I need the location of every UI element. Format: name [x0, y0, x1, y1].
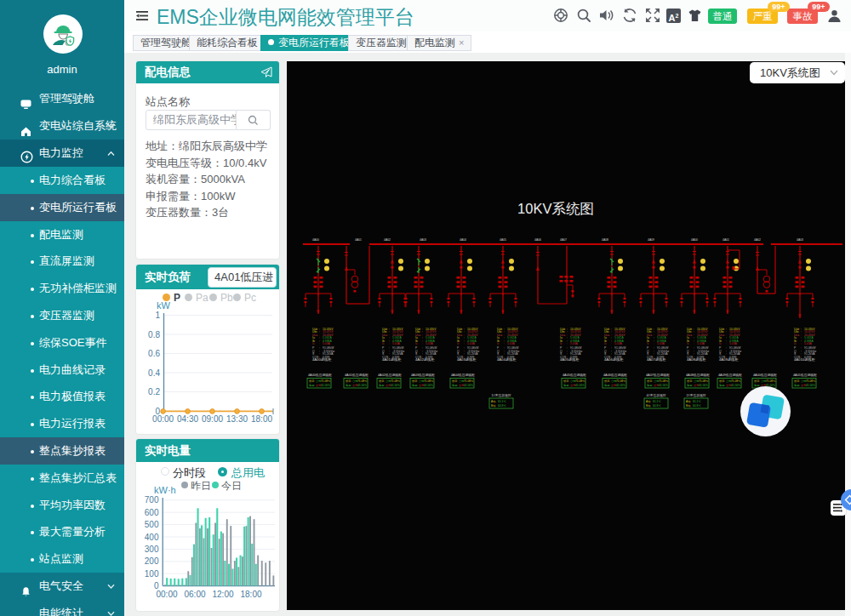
svg-text:4A00进线柜: 4A00进线柜 [312, 357, 332, 362]
svg-text:45.56%: 45.56% [699, 384, 708, 387]
svg-text:Ic: Ic [312, 342, 315, 345]
svg-text::: : [464, 342, 465, 345]
svg-text:0.8: 0.8 [148, 330, 160, 339]
svg-text::: : [389, 342, 390, 345]
svg-text:4A01进线柜: 4A01进线柜 [382, 357, 402, 362]
svg-text:5.03A: 5.03A [804, 342, 813, 345]
svg-text:500: 500 [145, 520, 159, 529]
svg-text:状态: 状态 [411, 379, 418, 383]
svg-text:4A02: 4A02 [384, 238, 391, 242]
svg-text:Ic: Ic [415, 342, 418, 345]
svg-text:09:00: 09:00 [202, 414, 223, 424]
svg-text:4A01: 4A01 [722, 238, 729, 242]
svg-text:状态: 状态 [753, 379, 760, 383]
svg-text:1#变压器温控: 1#变压器温控 [491, 393, 511, 397]
svg-text:71.08℃: 71.08℃ [464, 379, 474, 383]
svg-text:4A01低压进线柜: 4A01低压进线柜 [793, 373, 817, 377]
svg-text:遥测: 遥测 [412, 384, 417, 387]
svg-text:A相: A相 [646, 400, 650, 403]
svg-text:4#变压器温控: 4#变压器温控 [646, 393, 665, 397]
svg-text:18:00: 18:00 [240, 590, 261, 599]
svg-text:4A05低压进线柜: 4A05低压进线柜 [563, 373, 586, 377]
svg-text:4A09低压进线柜: 4A09低压进线柜 [718, 373, 742, 377]
svg-text:状态: 状态 [563, 379, 569, 383]
svg-text::: : [504, 342, 505, 345]
svg-text:4A07低压进线柜: 4A07低压进线柜 [646, 373, 670, 377]
svg-text:71.08℃: 71.08℃ [766, 379, 776, 383]
svg-text:遥测: 遥测 [379, 384, 384, 387]
svg-text:00:00: 00:00 [152, 414, 174, 424]
svg-text:04:30: 04:30 [177, 414, 198, 424]
svg-text:4A05: 4A05 [500, 238, 506, 242]
svg-text:00:00: 00:00 [156, 590, 177, 599]
svg-text:Ic: Ic [647, 342, 649, 345]
svg-text:65.1℃: 65.1℃ [498, 400, 506, 403]
svg-text:4A07进线柜: 4A07进线柜 [647, 357, 666, 362]
svg-text:5.03A: 5.03A [729, 342, 738, 345]
svg-text:A相: A相 [686, 400, 690, 403]
svg-text:5.03A: 5.03A [507, 342, 516, 345]
svg-text:状态: 状态 [378, 379, 385, 383]
svg-text:4A03进线柜: 4A03进线柜 [457, 357, 477, 362]
svg-text:4A08低压进线柜: 4A08低压进线柜 [686, 373, 710, 377]
svg-text:4A02低压进线柜: 4A02低压进线柜 [378, 373, 402, 377]
svg-text:4A08: 4A08 [602, 238, 608, 242]
svg-text:71.08℃: 71.08℃ [616, 379, 626, 383]
svg-text:遥测: 遥测 [647, 384, 652, 387]
svg-text:4A03低压进线柜: 4A03低压进线柜 [411, 373, 435, 377]
svg-text:0.4: 0.4 [148, 368, 160, 378]
svg-text:遥测: 遥测 [452, 384, 457, 387]
svg-text:状态: 状态 [686, 379, 693, 383]
svg-text:5.03A: 5.03A [657, 342, 665, 345]
svg-text:64.8℃: 64.8℃ [653, 404, 661, 408]
svg-text:5.03A: 5.03A [614, 342, 623, 345]
svg-text:状态: 状态 [603, 379, 610, 383]
svg-text:遥测: 遥测 [604, 384, 609, 387]
svg-text:45.56%: 45.56% [424, 384, 433, 387]
svg-text:700: 700 [145, 495, 159, 505]
svg-text:5.03A: 5.03A [426, 342, 434, 345]
svg-text:45.56%: 45.56% [806, 384, 815, 387]
svg-text:0.6: 0.6 [148, 349, 160, 358]
svg-text:5.03A: 5.03A [570, 342, 579, 345]
svg-text:12:00: 12:00 [212, 590, 233, 599]
svg-text:71.08℃: 71.08℃ [699, 379, 709, 383]
svg-text:45.56%: 45.56% [575, 384, 585, 387]
svg-text:Ic: Ic [382, 342, 385, 345]
svg-text:71.08℃: 71.08℃ [391, 379, 401, 383]
svg-text:64.8℃: 64.8℃ [693, 404, 701, 408]
svg-text:状态: 状态 [646, 379, 653, 383]
svg-text:4A00低压进线柜: 4A00低压进线柜 [753, 373, 777, 377]
svg-text:45.56%: 45.56% [659, 384, 668, 387]
svg-text:4A02: 4A02 [754, 238, 761, 242]
svg-text:13:30: 13:30 [226, 414, 248, 424]
svg-text:遥测: 遥测 [563, 384, 568, 387]
svg-text:45.56%: 45.56% [321, 384, 330, 387]
svg-text:65.1℃: 65.1℃ [653, 400, 661, 403]
svg-text:4A05进线柜: 4A05进线柜 [560, 357, 580, 362]
svg-text:4A03: 4A03 [797, 238, 803, 242]
svg-text:Ic: Ic [497, 342, 500, 345]
svg-text:4A08进线柜: 4A08进线柜 [687, 357, 706, 362]
svg-text:Ic: Ic [457, 342, 460, 345]
svg-text:遥测: 遥测 [346, 384, 351, 387]
svg-text:4A09: 4A09 [648, 238, 654, 242]
svg-text:45.56%: 45.56% [391, 384, 400, 387]
svg-text:71.08℃: 71.08℃ [731, 379, 741, 383]
svg-text:B相: B相 [491, 404, 495, 408]
svg-text:45.56%: 45.56% [357, 384, 367, 387]
svg-text:Ic: Ic [719, 342, 722, 345]
svg-text:4A07: 4A07 [560, 238, 567, 242]
svg-text:5.03A: 5.03A [467, 342, 476, 345]
svg-text:5.03A: 5.03A [697, 342, 705, 345]
svg-text:600: 600 [145, 508, 159, 517]
svg-text:45.56%: 45.56% [464, 384, 473, 387]
svg-text::: : [726, 342, 727, 345]
svg-text::: : [319, 342, 320, 345]
svg-text:B相: B相 [646, 404, 650, 408]
svg-text::: : [567, 342, 568, 345]
svg-text:状态: 状态 [308, 379, 315, 383]
svg-text:遥测: 遥测 [794, 384, 799, 387]
svg-text::: : [694, 342, 694, 345]
svg-text:71.08℃: 71.08℃ [575, 379, 585, 383]
